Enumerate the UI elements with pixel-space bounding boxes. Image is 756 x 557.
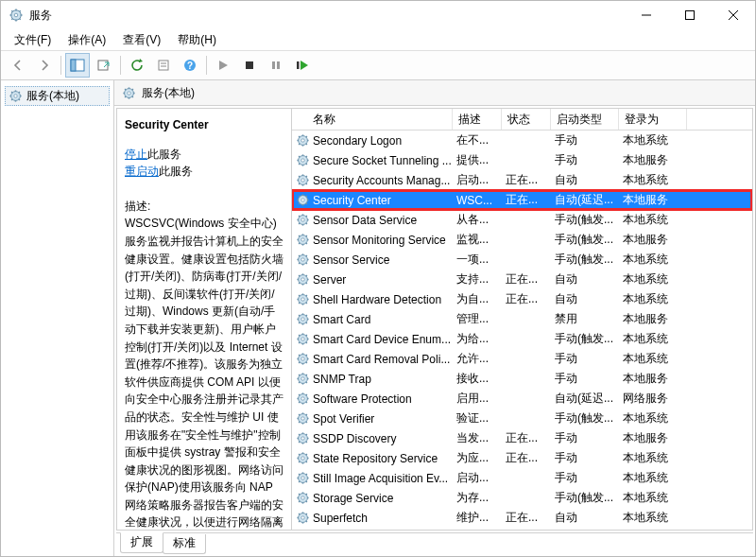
stop-service-button[interactable] — [237, 53, 262, 78]
service-row[interactable]: Sensor Service一项...手动(触发...本地系统 — [292, 250, 752, 270]
menu-file[interactable]: 文件(F) — [7, 30, 59, 50]
properties-button[interactable] — [151, 53, 176, 78]
service-status: 正在... — [502, 510, 551, 526]
service-desc: 启动... — [453, 470, 502, 486]
col-header-startup[interactable]: 启动类型 — [551, 109, 619, 130]
service-row[interactable]: Shell Hardware Detection为自...正在...自动本地系统 — [292, 289, 752, 309]
service-startup: 手动(触发... — [551, 410, 619, 426]
service-logon: 本地服务 — [619, 430, 687, 446]
titlebar: 服务 — [1, 1, 755, 29]
svg-marker-24 — [219, 61, 228, 70]
export-list-button[interactable] — [92, 53, 116, 78]
gear-icon — [296, 133, 310, 148]
service-status: 正在... — [502, 430, 551, 446]
forward-icon — [38, 59, 51, 72]
service-status: 正在... — [502, 450, 551, 466]
help-button[interactable]: ? — [178, 53, 202, 78]
gear-icon — [296, 491, 310, 505]
list-header: 名称 描述 状态 启动类型 登录为 — [292, 109, 752, 131]
service-logon: 本地服务 — [619, 232, 687, 248]
refresh-button[interactable] — [125, 53, 149, 78]
gear-icon — [296, 233, 310, 247]
right-header: 服务(本地) — [114, 80, 755, 106]
gear-icon — [296, 372, 310, 386]
gear-icon — [296, 471, 310, 485]
service-row[interactable]: Secondary Logon在不...手动本地系统 — [292, 131, 752, 150]
service-row[interactable]: SNMP Trap接收...手动本地服务 — [292, 369, 752, 389]
service-desc: 为自... — [453, 291, 502, 307]
service-startup: 手动 — [551, 132, 619, 148]
service-name: Security Accounts Manag... — [313, 174, 450, 187]
back-icon — [11, 59, 25, 72]
svg-marker-29 — [301, 61, 308, 70]
service-logon: 本地服务 — [619, 311, 687, 327]
maximize-button[interactable] — [668, 1, 712, 29]
menu-help[interactable]: 帮助(H) — [170, 30, 224, 50]
forward-button[interactable] — [32, 53, 57, 78]
col-header-desc[interactable]: 描述 — [453, 109, 502, 130]
toolbar: ? — [1, 50, 755, 80]
service-startup: 自动 — [551, 172, 619, 188]
service-row[interactable]: Software Protection启用...自动(延迟...网络服务 — [292, 389, 752, 409]
service-row[interactable]: Sensor Monitoring Service监视...手动(触发...本地… — [292, 230, 752, 250]
service-row[interactable]: Smart Card Removal Poli...允许...手动本地系统 — [292, 349, 752, 369]
service-logon: 本地系统 — [619, 172, 687, 188]
list-body[interactable]: Secondary Logon在不...手动本地系统Secure Socket … — [292, 131, 752, 530]
restart-icon — [296, 60, 309, 71]
start-service-button[interactable] — [211, 53, 235, 78]
service-name: SNMP Trap — [313, 373, 371, 386]
service-row[interactable]: Superfetch维护...正在...自动本地系统 — [292, 508, 752, 528]
services-window: 服务 文件(F) 操作(A) 查看(V) 帮助(H) ? — [0, 0, 756, 557]
play-icon — [217, 60, 229, 71]
service-row[interactable]: Security CenterWSC...正在...自动(延迟...本地服务 — [292, 190, 752, 210]
export-icon — [96, 59, 112, 72]
service-logon: 本地系统 — [619, 271, 687, 287]
pause-service-button[interactable] — [264, 53, 288, 78]
restart-link[interactable]: 重启动 — [125, 165, 159, 178]
service-row[interactable]: Sensor Data Service从各...手动(触发...本地系统 — [292, 210, 752, 230]
service-startup: 自动 — [551, 271, 619, 287]
service-logon: 本地系统 — [619, 291, 687, 307]
service-row[interactable]: Smart Card管理...禁用本地服务 — [292, 309, 752, 329]
service-startup: 禁用 — [551, 311, 619, 327]
stop-link[interactable]: 停止 — [125, 148, 147, 161]
service-logon: 本地系统 — [619, 252, 687, 268]
service-row[interactable]: Storage Service为存...手动(触发...本地系统 — [292, 488, 752, 508]
service-row[interactable]: Still Image Acquisition Ev...启动...手动本地系统 — [292, 468, 752, 488]
service-name: Smart Card — [313, 313, 370, 326]
service-desc: 支持... — [453, 271, 502, 287]
back-button[interactable] — [6, 53, 30, 78]
service-name: Server — [313, 273, 346, 287]
tree-node-services-local[interactable]: 服务(本地) — [5, 86, 110, 106]
service-name: Spot Verifier — [313, 412, 374, 426]
service-row[interactable]: Server支持...正在...自动本地系统 — [292, 270, 752, 289]
minimize-button[interactable] — [625, 1, 668, 29]
tab-standard[interactable]: 标准 — [163, 534, 206, 554]
service-desc: 启用... — [453, 391, 502, 407]
service-row[interactable]: Secure Socket Tunneling ...提供...手动本地服务 — [292, 150, 752, 170]
menu-action[interactable]: 操作(A) — [60, 30, 113, 50]
close-button[interactable] — [712, 1, 755, 29]
service-name: Secondary Logon — [313, 134, 402, 148]
right-content: Security Center 停止此服务 重启动此服务 描述: WSCSVC(… — [116, 108, 753, 531]
service-row[interactable]: Smart Card Device Enum...为给...手动(触发...本地… — [292, 329, 752, 349]
service-row[interactable]: Spot Verifier验证...手动(触发...本地系统 — [292, 409, 752, 428]
description-label: 描述: — [125, 198, 284, 216]
restart-service-button[interactable] — [290, 53, 315, 78]
svg-text:?: ? — [187, 61, 193, 71]
col-header-name[interactable]: 名称 — [292, 109, 453, 130]
tab-extended[interactable]: 扩展 — [120, 532, 163, 553]
menu-view[interactable]: 查看(V) — [115, 30, 168, 50]
refresh-icon — [130, 59, 144, 72]
service-startup: 手动 — [551, 450, 619, 466]
service-desc: 维护... — [453, 510, 502, 526]
col-header-status[interactable]: 状态 — [502, 109, 551, 130]
service-row[interactable]: Security Accounts Manag...启动...正在...自动本地… — [292, 170, 752, 190]
service-row[interactable]: SSDP Discovery当发...正在...手动本地服务 — [292, 428, 752, 448]
service-startup: 手动 — [551, 152, 619, 168]
tree-pane[interactable]: 服务(本地) — [1, 80, 114, 556]
col-header-logon[interactable]: 登录为 — [619, 109, 687, 130]
service-row[interactable]: State Repository Service为应...正在...手动本地系统 — [292, 448, 752, 468]
show-hide-tree-button[interactable] — [65, 53, 90, 78]
service-name: Smart Card Removal Poli... — [313, 353, 450, 366]
